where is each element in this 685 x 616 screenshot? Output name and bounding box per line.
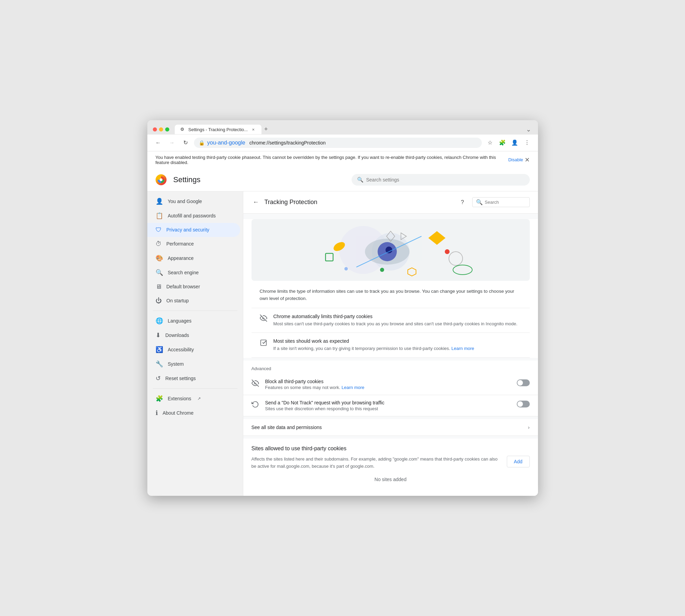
sidebar-item-languages[interactable]: 🌐 Languages [147,314,240,328]
feature-content-auto-limit: Chrome automatically limits third-party … [273,314,522,327]
feature-title-auto-limit: Chrome automatically limits third-party … [273,314,522,319]
search-box[interactable]: 🔍 [472,197,530,207]
sidebar-item-appearance[interactable]: 🎨 Appearance [147,251,240,265]
sidebar-item-search-engine[interactable]: 🔍 Search engine [147,265,240,280]
toggle-learn-more-link[interactable]: Learn more [342,385,364,390]
tab-favicon-icon: ⚙ [180,127,186,132]
feature-content-sites-work: Most sites should work as expected If a … [273,338,522,352]
sidebar-label-extensions: Extensions [168,396,191,401]
menu-button[interactable]: ⋮ [522,137,533,148]
svg-point-10 [344,267,348,271]
sidebar-divider [153,311,237,311]
notification-close-icon[interactable]: ✕ [525,156,530,164]
toggle-content-block-cookies: Block all third-party cookies Features o… [265,379,511,390]
shield-icon: 🔒 [199,140,205,146]
sites-section-content: Sites allowed to use third-party cookies… [243,439,538,470]
feature-title-sites-work: Most sites should work as expected [273,338,522,344]
feature-desc-auto-limit: Most sites can't use third-party cookies… [273,320,522,327]
svg-rect-20 [260,340,266,346]
sidebar-item-extensions[interactable]: 🧩 Extensions ↗ [147,391,240,406]
chevron-right-icon: › [528,425,530,430]
page-title: Tracking Protection [265,199,453,206]
external-link-icon: ↗ [197,396,201,401]
back-button[interactable]: ← [153,137,164,148]
settings-search-box[interactable]: 🔍 [352,174,530,186]
person-icon: 👤 [156,198,163,205]
sidebar-item-you-and-google[interactable]: 👤 You and Google [147,194,240,209]
svg-point-14 [445,249,450,254]
dnt-toggle[interactable] [517,401,530,407]
reload-button[interactable]: ↻ [180,137,191,148]
eye-slash-icon-2 [252,379,260,389]
sidebar-item-performance[interactable]: ⏱ Performance [147,237,240,251]
tab-close-icon[interactable]: ✕ [250,127,256,132]
settings-search-input[interactable] [366,177,524,183]
extensions-button[interactable]: 🧩 [497,137,508,148]
sidebar: 👤 You and Google 📋 Autofill and password… [147,191,243,496]
sidebar-item-privacy-security[interactable]: 🛡 Privacy and security [147,223,240,237]
svg-point-6 [386,247,392,253]
see-all-container: See all site data and permissions › [243,419,538,436]
tab-title: Settings - Tracking Protectio... [188,127,248,132]
address-bar[interactable]: 🔒 you-and-google chrome://settings/track… [194,138,482,148]
active-tab[interactable]: ⚙ Settings - Tracking Protectio... ✕ [175,125,261,134]
search-icon: 🔍 [476,199,483,205]
block-cookies-toggle[interactable] [517,379,530,386]
no-sites-label: No sites added [243,470,538,489]
see-all-text: See all site data and permissions [252,425,322,430]
system-icon: 🔧 [156,360,163,368]
forward-button[interactable]: → [167,137,178,148]
notification-bar: You have enabled testing third-party coo… [147,151,538,168]
sidebar-label-about-chrome: About Chrome [163,410,194,416]
sidebar-item-system[interactable]: 🔧 System [147,357,240,371]
search-input[interactable] [485,200,526,205]
toggle-desc-dnt: Sites use their discretion when respondi… [265,406,511,411]
settings-layout: 👤 You and Google 📋 Autofill and password… [147,191,538,496]
learn-more-link[interactable]: Learn more [451,346,474,351]
back-button[interactable]: ← [252,197,260,207]
performance-icon: ⏱ [156,240,162,248]
maximize-button[interactable] [165,127,169,131]
sites-desc: Affects the sites listed here and their … [252,456,501,470]
see-all-site-data[interactable]: See all site data and permissions › [243,419,538,436]
notification-disable-link[interactable]: Disable [508,157,523,162]
bookmark-button[interactable]: ☆ [485,137,496,148]
tab-overflow-icon[interactable]: ⌄ [525,124,533,135]
sidebar-label-you-and-google: You and Google [168,199,202,204]
new-tab-button[interactable]: + [261,124,271,134]
sidebar-item-autofill[interactable]: 📋 Autofill and passwords [147,209,240,223]
feature-item-auto-limit: Chrome automatically limits third-party … [252,308,530,333]
appearance-icon: 🎨 [156,254,163,262]
eye-slash-icon [260,314,268,324]
sidebar-item-default-browser[interactable]: 🖥 Default browser [147,280,240,294]
add-site-button[interactable]: Add [507,456,530,467]
shield-icon: 🛡 [156,226,162,234]
settings-header: Settings 🔍 [147,168,538,191]
sidebar-item-accessibility[interactable]: ♿ Accessibility [147,342,240,357]
browser-icon: 🖥 [156,283,162,290]
nav-actions: ☆ 🧩 👤 ⋮ [485,137,533,148]
svg-marker-18 [408,268,416,276]
sidebar-item-reset-settings[interactable]: ↺ Reset settings [147,371,240,386]
advanced-section: Advanced Block all third-party cookies F… [243,361,538,416]
sidebar-item-downloads[interactable]: ⬇ Downloads [147,328,240,342]
svg-rect-9 [326,253,333,261]
tracking-description: Chrome limits the type of information si… [252,281,530,302]
downloads-icon: ⬇ [156,331,161,339]
toggle-desc-text: Features on some sites may not work. [265,385,342,390]
sidebar-item-on-startup[interactable]: ⏻ On startup [147,294,240,308]
profile-button[interactable]: 👤 [509,137,520,148]
help-button[interactable]: ? [457,197,468,208]
sidebar-item-about-chrome[interactable]: ℹ About Chrome [147,406,240,420]
feature-desc-text-sites-work: If a site isn't working, you can try giv… [273,346,452,351]
svg-point-16 [453,265,472,275]
minimize-button[interactable] [159,127,163,131]
languages-icon: 🌐 [156,317,163,325]
extensions-icon: 🧩 [156,395,163,402]
svg-point-1 [160,178,162,181]
startup-icon: ⏻ [156,297,162,304]
sidebar-label-accessibility: Accessibility [168,347,194,352]
toggle-desc-block-cookies: Features on some sites may not work. Lea… [265,385,511,390]
sites-add-row: Affects the sites listed here and their … [252,456,530,470]
close-button[interactable] [153,127,157,131]
